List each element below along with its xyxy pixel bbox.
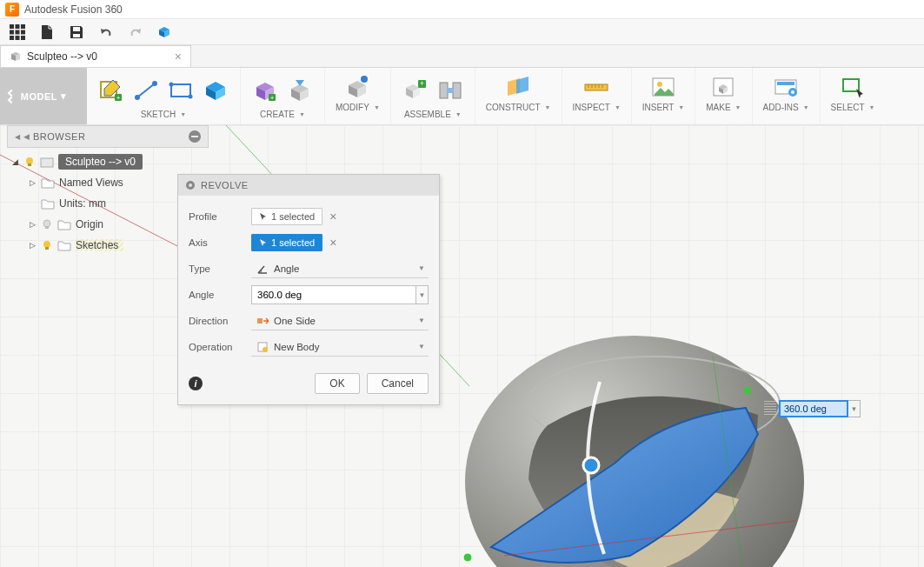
- expand-icon[interactable]: [10, 157, 19, 166]
- ribbon-label-assemble[interactable]: ASSEMBLE: [404, 110, 462, 119]
- minimize-icon[interactable]: [189, 130, 201, 143]
- svg-rect-59: [257, 318, 263, 324]
- row-angle: Angle ▼: [189, 283, 429, 307]
- create3d-icon[interactable]: [202, 77, 229, 104]
- print3d-icon[interactable]: [709, 73, 737, 101]
- svg-point-50: [26, 157, 33, 164]
- line-icon[interactable]: [132, 77, 160, 104]
- revolve-dialog[interactable]: REVOLVE Profile 1 selected × Axis 1 sele…: [177, 174, 440, 405]
- tree-root[interactable]: Sculpteo --> v0: [10, 151, 209, 172]
- expand-icon[interactable]: [28, 220, 37, 229]
- direction-dropdown[interactable]: One Side ▼: [251, 311, 429, 330]
- browser-header[interactable]: ◀ BROWSER: [7, 125, 209, 148]
- lightbulb-icon[interactable]: [23, 156, 36, 168]
- undo-icon[interactable]: [97, 23, 115, 41]
- document-tab-strip: Sculpteo --> v0 ×: [0, 45, 924, 68]
- file-icon[interactable]: [38, 23, 56, 41]
- floating-angle-field[interactable]: [779, 400, 848, 417]
- workspace-label: MODEL: [21, 91, 57, 102]
- addins-icon[interactable]: [772, 73, 800, 101]
- info-icon[interactable]: i: [189, 377, 203, 390]
- tree-item-label: Origin: [76, 218, 103, 230]
- folder-icon: [41, 177, 55, 189]
- folder-icon: [41, 197, 55, 210]
- measure-icon[interactable]: [582, 73, 610, 101]
- ribbon-group-insert: INSERT: [631, 68, 695, 124]
- insert-image-icon[interactable]: [649, 73, 677, 101]
- extension-icon[interactable]: [156, 23, 174, 41]
- angle-input[interactable]: [251, 285, 416, 304]
- collapse-left-icon[interactable]: ◀: [15, 132, 30, 141]
- document-tab[interactable]: Sculpteo --> v0 ×: [0, 45, 191, 67]
- clear-icon[interactable]: ×: [329, 237, 336, 249]
- expand-icon[interactable]: [28, 178, 37, 187]
- component-icon: [40, 156, 54, 168]
- chevron-down-icon[interactable]: ▼: [416, 285, 429, 304]
- floating-angle-input[interactable]: ▼: [764, 400, 861, 417]
- ribbon-label-insert[interactable]: INSERT: [642, 103, 684, 112]
- title-bar: Autodesk Fusion 360: [0, 0, 924, 19]
- chevron-down-icon: ▼: [418, 343, 425, 350]
- close-icon[interactable]: ×: [175, 50, 182, 63]
- ribbon-label-create[interactable]: CREATE: [260, 110, 305, 119]
- svg-rect-3: [10, 30, 14, 34]
- svg-point-34: [657, 82, 662, 87]
- expand-icon[interactable]: [28, 241, 37, 250]
- ribbon-label-inspect[interactable]: INSPECT: [573, 103, 621, 112]
- redo-icon[interactable]: [127, 23, 144, 41]
- svg-rect-9: [73, 27, 80, 31]
- press-pull-icon[interactable]: [343, 73, 371, 101]
- svg-point-17: [170, 83, 174, 87]
- cancel-button[interactable]: Cancel: [367, 373, 429, 394]
- svg-rect-26: [447, 88, 454, 93]
- dialog-title: REVOLVE: [201, 180, 249, 190]
- type-dropdown[interactable]: Angle ▼: [251, 259, 429, 278]
- ribbon-label-select[interactable]: SELECT: [831, 103, 875, 112]
- ribbon-label-sketch[interactable]: SKETCH: [141, 110, 187, 119]
- profile-selection-text: 1 selected: [271, 211, 315, 222]
- save-icon[interactable]: [68, 23, 85, 41]
- lightbulb-off-icon[interactable]: [41, 218, 53, 230]
- ribbon-group-modify: MODIFY: [324, 68, 390, 124]
- plane-icon[interactable]: [504, 73, 532, 101]
- extrude-icon[interactable]: [286, 77, 314, 104]
- rectangle-icon[interactable]: [167, 77, 195, 104]
- profile-selection[interactable]: 1 selected: [251, 208, 322, 225]
- operation-value: New Body: [274, 342, 319, 352]
- row-type: Type Angle ▼: [189, 257, 429, 281]
- ribbon-label-modify[interactable]: MODIFY: [336, 103, 380, 112]
- joint-icon[interactable]: [436, 77, 464, 104]
- operation-dropdown[interactable]: New Body ▼: [251, 337, 429, 357]
- cursor-icon: [259, 212, 268, 221]
- ribbon-label-addins[interactable]: ADD-INS: [763, 103, 809, 112]
- svg-rect-25: [453, 83, 461, 98]
- box-icon[interactable]: +: [251, 77, 279, 104]
- axis-selection[interactable]: 1 selected: [251, 234, 322, 251]
- ok-button[interactable]: OK: [315, 373, 359, 394]
- grid-icon[interactable]: [9, 23, 26, 41]
- revolve-preview-body: [452, 295, 817, 567]
- row-direction: Direction One Side ▼: [189, 309, 429, 333]
- ribbon-group-construct: CONSTRUCT: [475, 68, 562, 124]
- svg-point-55: [43, 241, 50, 248]
- ribbon-label-construct[interactable]: CONSTRUCT: [486, 103, 551, 112]
- svg-rect-54: [45, 226, 49, 229]
- tree-item-label: Units: mm: [59, 197, 106, 210]
- label-axis: Axis: [189, 237, 251, 248]
- svg-rect-6: [10, 36, 14, 40]
- row-operation: Operation New Body ▼: [189, 335, 429, 359]
- select-icon[interactable]: [839, 73, 867, 101]
- row-axis: Axis 1 selected ×: [189, 230, 429, 255]
- document-tab-label: Sculpteo --> v0: [27, 50, 97, 63]
- label-profile: Profile: [189, 211, 251, 222]
- ribbon-label-make[interactable]: MAKE: [706, 103, 741, 112]
- workspace-switcher[interactable]: MODEL ▾: [0, 68, 87, 124]
- lightbulb-icon[interactable]: [41, 239, 53, 251]
- chevron-down-icon[interactable]: ▼: [848, 400, 861, 417]
- clear-icon[interactable]: ×: [329, 210, 336, 223]
- drag-handle-icon[interactable]: [764, 401, 776, 417]
- dialog-title-bar[interactable]: REVOLVE: [178, 175, 439, 196]
- new-sketch-icon[interactable]: +: [97, 77, 125, 104]
- component-icon[interactable]: +: [402, 77, 429, 104]
- one-side-icon: [256, 315, 269, 327]
